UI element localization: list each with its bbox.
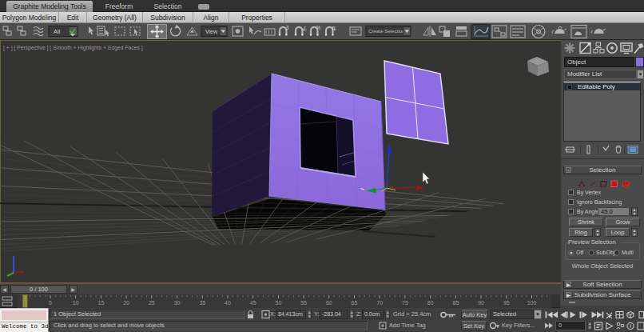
- svg-text:85: 85: [453, 300, 459, 306]
- svg-text:%: %: [316, 25, 321, 30]
- svg-text:90: 90: [478, 300, 484, 306]
- svg-text:55: 55: [300, 300, 307, 306]
- svg-text:65: 65: [352, 300, 358, 306]
- svg-text:100: 100: [527, 300, 537, 306]
- svg-text:70: 70: [376, 300, 383, 306]
- svg-text:∠: ∠: [302, 26, 307, 31]
- svg-text:15: 15: [98, 300, 105, 306]
- svg-text:10: 10: [73, 300, 79, 306]
- svg-text:All: All: [54, 28, 61, 35]
- svg-text:95: 95: [503, 300, 510, 306]
- svg-text:3: 3: [286, 25, 289, 30]
- svg-text:80: 80: [427, 300, 434, 306]
- svg-text:⇅: ⇅: [332, 26, 336, 31]
- svg-text:60: 60: [326, 300, 332, 306]
- svg-text:45: 45: [250, 300, 256, 306]
- svg-text:75: 75: [402, 300, 408, 306]
- svg-text:35: 35: [199, 300, 205, 306]
- svg-text:View: View: [205, 29, 218, 34]
- svg-text:5: 5: [49, 300, 52, 306]
- svg-text:40: 40: [225, 300, 231, 306]
- svg-text:25: 25: [149, 300, 155, 306]
- svg-text:20: 20: [123, 300, 129, 306]
- svg-text:30: 30: [174, 300, 181, 306]
- svg-text:50: 50: [276, 300, 282, 306]
